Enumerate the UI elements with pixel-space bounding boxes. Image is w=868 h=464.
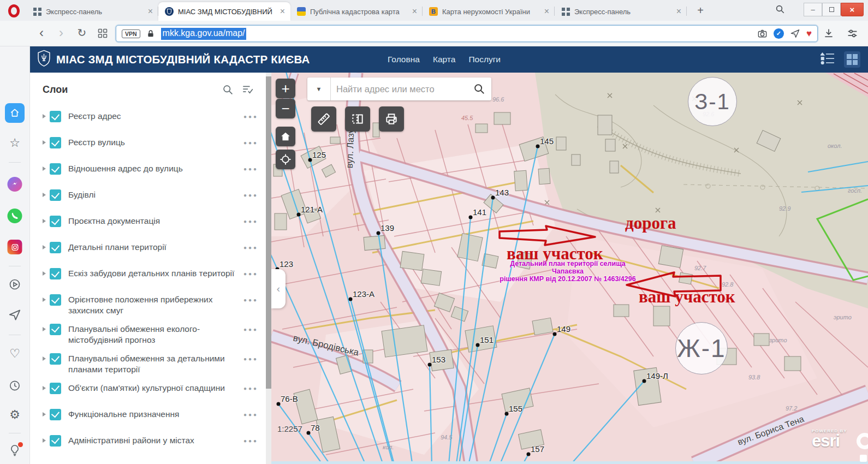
layer-checkbox[interactable] (50, 163, 61, 175)
map-locate-button[interactable] (276, 150, 295, 169)
layer-checkbox[interactable] (50, 324, 61, 335)
tab-close-icon[interactable]: × (146, 7, 155, 16)
browser-tab[interactable]: МІАС ЗМД МІСТОБУДІВНИЙ × (158, 2, 290, 21)
bookmark-heart-icon[interactable]: ♥ (806, 28, 812, 39)
measure-tool-button[interactable] (311, 106, 336, 132)
layer-menu-dots[interactable]: ●●● (243, 218, 258, 224)
layer-expand-arrow[interactable] (43, 140, 46, 145)
swipe-tool-button[interactable] (345, 106, 370, 132)
map-zoom-in-button[interactable]: + (276, 79, 295, 98)
layer-expand-arrow[interactable] (43, 271, 46, 276)
layer-expand-arrow[interactable] (43, 386, 46, 390)
layer-menu-dots[interactable]: ●●● (243, 245, 258, 251)
map-search-input[interactable] (331, 78, 467, 100)
back-button[interactable]: ‹ (34, 26, 49, 40)
panel-collapse-tab[interactable]: ‹ (271, 269, 286, 308)
layer-menu-dots[interactable]: ●●● (243, 356, 258, 362)
forward-button[interactable]: › (53, 26, 69, 40)
layer-expand-arrow[interactable] (43, 193, 46, 197)
layer-menu-dots[interactable]: ●●● (243, 326, 258, 332)
layer-menu-dots[interactable]: ●●● (243, 114, 258, 120)
layer-menu-dots[interactable]: ●●● (243, 271, 258, 277)
layer-expand-arrow[interactable] (43, 245, 46, 249)
security-shield-icon[interactable]: ✓ (774, 28, 784, 39)
lock-icon[interactable] (146, 29, 155, 38)
layer-checkbox[interactable] (50, 383, 61, 394)
layers-filter-icon[interactable] (242, 84, 254, 96)
map-canvas[interactable]: дорога ваш участок ваш участок Детальний… (271, 73, 868, 464)
layer-expand-arrow[interactable] (43, 412, 46, 417)
map-zoom-out-button[interactable]: − (276, 99, 295, 118)
layer-menu-dots[interactable]: ●●● (243, 140, 258, 146)
layer-checkbox[interactable] (50, 242, 61, 253)
browser-tab[interactable]: Экспресс-панель × (555, 2, 687, 21)
vpn-badge[interactable]: VPN (122, 29, 140, 38)
apps-grid-icon[interactable] (844, 51, 860, 68)
nav-home-link[interactable]: Головна (388, 55, 420, 64)
layer-expand-arrow[interactable] (43, 327, 46, 331)
legend-list-icon[interactable] (821, 52, 835, 67)
layer-checkbox[interactable] (50, 137, 61, 148)
layer-checkbox[interactable] (50, 111, 61, 122)
easy-setup-icon[interactable] (847, 28, 858, 41)
layer-menu-dots[interactable]: ●●● (243, 166, 258, 172)
history-clock-icon[interactable] (9, 379, 21, 392)
opera-menu-button[interactable] (5, 3, 22, 19)
reload-button[interactable]: ↻ (74, 26, 90, 40)
url-text[interactable]: mkk.kga.gov.ua/map/ (161, 28, 247, 40)
layers-search-icon[interactable] (222, 84, 234, 96)
window-close-button[interactable]: × (841, 3, 864, 16)
speed-dial-button[interactable] (97, 28, 108, 41)
layer-expand-arrow[interactable] (43, 114, 46, 118)
window-minimize-button[interactable]: – (804, 3, 822, 16)
window-restore-button[interactable] (822, 3, 841, 16)
layer-menu-dots[interactable]: ●●● (243, 438, 258, 444)
whatsapp-icon[interactable] (8, 209, 22, 223)
panel-scrollbar-thumb[interactable] (266, 76, 271, 389)
layer-menu-dots[interactable]: ●●● (243, 192, 258, 198)
search-dropdown-button[interactable]: ▼ (307, 78, 331, 100)
settings-gear-icon[interactable]: ⚙ (9, 409, 20, 421)
layer-expand-arrow[interactable] (43, 219, 46, 223)
tab-search-icon[interactable] (775, 4, 785, 16)
nav-map-link[interactable]: Карта (433, 55, 455, 64)
layer-checkbox[interactable] (50, 189, 61, 201)
browser-tab[interactable]: Публічна кадастрова карта × (290, 2, 423, 21)
layer-checkbox[interactable] (50, 409, 61, 420)
my-flow-sidebar-icon[interactable] (8, 308, 22, 322)
browser-tab[interactable]: Экспресс-панель × (26, 2, 158, 21)
layer-checkbox[interactable] (50, 353, 61, 365)
favorites-heart-icon[interactable]: ♡ (9, 348, 20, 360)
url-field[interactable]: VPN mkk.kga.gov.ua/map/ ✓ ♥ (116, 25, 818, 42)
layer-expand-arrow[interactable] (43, 356, 46, 361)
layer-expand-arrow[interactable] (43, 298, 46, 302)
browser-tab[interactable]: B Карта нерухомості України × (423, 2, 555, 21)
tab-close-icon[interactable]: × (278, 7, 287, 16)
layer-checkbox[interactable] (50, 435, 61, 447)
tips-bulb-icon[interactable] (8, 444, 21, 457)
map-home-button[interactable] (276, 127, 295, 146)
layer-checkbox[interactable] (50, 268, 61, 279)
layer-menu-dots[interactable]: ●●● (243, 385, 258, 391)
downloads-icon[interactable] (823, 28, 834, 41)
messenger-icon[interactable] (8, 177, 22, 192)
layer-menu-dots[interactable]: ●●● (243, 412, 258, 418)
new-tab-button[interactable]: + (693, 4, 708, 17)
personal-news-icon[interactable] (8, 278, 21, 291)
layer-checkbox[interactable] (50, 294, 61, 306)
sidebar-speed-dial-button[interactable] (5, 103, 25, 123)
layer-expand-arrow[interactable] (43, 166, 46, 171)
instagram-icon[interactable] (8, 240, 22, 254)
layer-expand-arrow[interactable] (43, 438, 46, 443)
layer-menu-dots[interactable]: ●●● (243, 297, 258, 303)
snapshot-camera-icon[interactable] (757, 28, 768, 39)
layer-checkbox[interactable] (50, 216, 61, 227)
map-corner-widget[interactable] (860, 455, 867, 462)
tab-close-icon[interactable]: × (542, 7, 551, 16)
my-flow-icon[interactable] (790, 28, 800, 39)
bookmarks-star-icon[interactable]: ☆ (9, 137, 20, 149)
print-tool-button[interactable] (379, 106, 404, 132)
search-submit-icon[interactable] (467, 78, 491, 100)
tab-close-icon[interactable]: × (410, 7, 419, 16)
tab-close-icon[interactable]: × (674, 7, 683, 16)
